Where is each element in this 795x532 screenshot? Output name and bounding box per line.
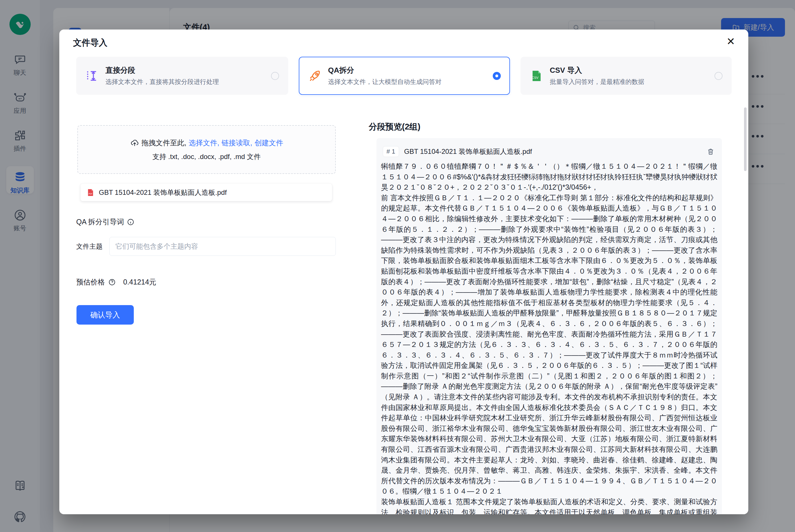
upload-dropzone[interactable]: 拖拽文件至此, 选择文件, 链接读取, 创建文件 支持 .txt, .doc, … [77, 125, 336, 174]
mode-card-csv-import[interactable]: CSV CSV 导入 批量导入问答对，是最精准的数据 [520, 57, 732, 95]
create-file-link[interactable]: 创建文件 [254, 138, 283, 148]
mode-card-direct-segment[interactable]: 直接分段 选择文本文件，直接将其按分段进行处理 [76, 57, 288, 95]
help-icon[interactable] [108, 279, 116, 286]
svg-text:PDF: PDF [89, 192, 93, 194]
radio-unselected[interactable] [715, 72, 722, 80]
preview-title: 分段预览(2组) [369, 121, 420, 133]
link-read-link[interactable]: 链接读取, [222, 138, 252, 148]
mode-title: CSV 导入 [550, 65, 708, 75]
file-import-modal: ✕ 文件导入 直接分段 选择文本文件，直接将其按分段进行处理 QA拆分 选择文本… [59, 30, 748, 514]
mode-title: 直接分段 [106, 65, 265, 75]
delete-chunk-button[interactable] [706, 147, 716, 157]
mode-desc: 选择文本文件，直接将其按分段进行处理 [106, 78, 265, 86]
radio-unselected[interactable] [271, 72, 279, 80]
trash-icon [707, 148, 715, 155]
preview-paragraph: 犐犆犛７９．０６０犆犆犛犅７０！＂＃＄％＆＇＇（）＊犌犅／犜１５１０４—２０２１… [381, 161, 717, 192]
modal-title: 文件导入 [73, 37, 108, 49]
preview-paragraph: 装饰单板贴面人造板１ 范围本文件规定了装饰单板贴面人造板的术语和定义、分类、要求… [381, 496, 717, 514]
price-label: 预估价格 [76, 277, 105, 287]
modal-scrollbar-thumb[interactable] [744, 108, 746, 171]
uploaded-file-name: GBT 15104-2021 装饰单板贴面人造板.pdf [99, 188, 227, 197]
chunk-file-name: GBT 15104-2021 装饰单板贴面人造板.pdf [404, 147, 700, 156]
chunk-text: 犐犆犛７９．０６０犆犆犛犅７０！＂＃＄％＆＇＇（）＊犌犅／犜１５１０４—２０２１… [381, 161, 717, 514]
csv-file-icon: CSV [530, 69, 544, 83]
topic-label: 文件主题 [76, 242, 102, 251]
price-value: 0.41214元 [123, 277, 156, 287]
dropzone-text: 拖拽文件至此, [141, 138, 187, 148]
select-file-link[interactable]: 选择文件, [189, 138, 220, 148]
text-cursor-icon [86, 69, 99, 83]
pdf-file-icon: PDF [86, 188, 95, 197]
rocket-icon [308, 69, 322, 83]
qa-guide-label: QA 拆分引导词 [76, 217, 124, 227]
radio-selected[interactable] [493, 72, 501, 80]
info-icon[interactable] [127, 218, 134, 226]
svg-text:CSV: CSV [532, 76, 538, 79]
chunk-index-badge: # 1 [383, 146, 399, 157]
uploaded-file-item[interactable]: PDF GBT 15104-2021 装饰单板贴面人造板.pdf [80, 184, 332, 201]
mode-desc: 批量导入问答对，是最精准的数据 [550, 78, 708, 86]
close-icon[interactable]: ✕ [724, 34, 737, 49]
mode-title: QA拆分 [328, 65, 487, 75]
preview-chunk-card: # 1 GBT 15104-2021 装饰单板贴面人造板.pdf 犐犆犛７９．０… [376, 138, 722, 514]
topic-input[interactable] [110, 237, 336, 256]
preview-paragraph: 前 言本文件按照ＧＢ／Ｔ１．１—２０２０《标准化工作导则 第１部分：标准化文件的… [381, 192, 717, 496]
confirm-import-button[interactable]: 确认导入 [76, 305, 134, 325]
mode-card-qa-split[interactable]: QA拆分 选择文本文件，让大模型自动生成问答对 [299, 57, 510, 95]
mode-desc: 选择文本文件，让大模型自动生成问答对 [328, 78, 487, 86]
supported-formats-text: 支持 .txt, .doc, .docx, .pdf, .md 文件 [152, 152, 260, 161]
cloud-upload-icon [130, 138, 139, 147]
